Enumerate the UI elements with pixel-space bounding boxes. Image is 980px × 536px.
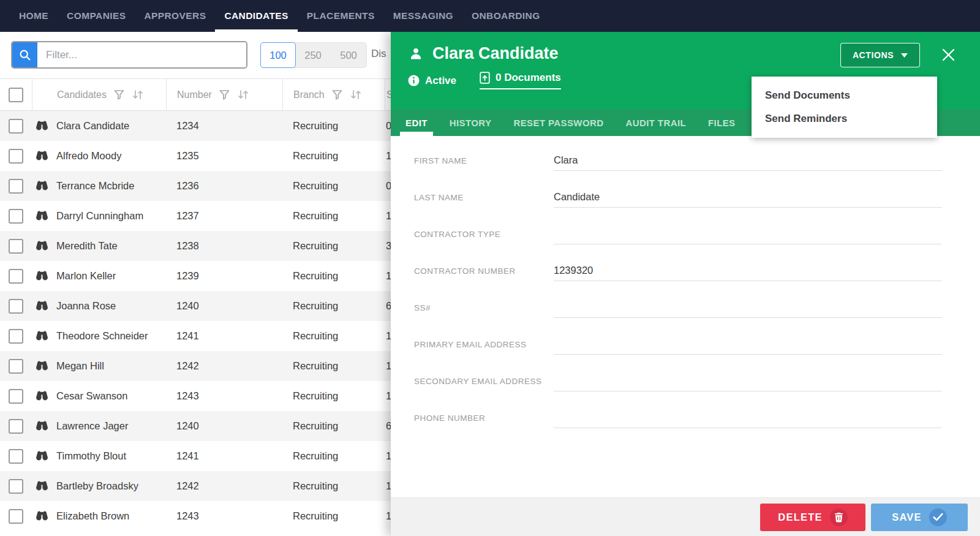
row-checkbox[interactable]	[9, 179, 23, 194]
candidate-number: 1235	[166, 150, 282, 162]
nav-item[interactable]: HOME	[10, 0, 58, 32]
table-row[interactable]: Terrance Mcbride 1236 Recruiting 0	[0, 171, 404, 201]
candidate-name-cell: Marlon Keller	[32, 270, 166, 282]
row-checkbox[interactable]	[9, 149, 23, 164]
panel-footer: DELETE SAVE	[391, 497, 980, 536]
nav-item[interactable]: ONBOARDING	[462, 0, 549, 32]
field-input[interactable]	[554, 338, 942, 350]
candidate-name: Marlon Keller	[56, 270, 116, 282]
table-row[interactable]: Alfredo Moody 1235 Recruiting 1	[0, 141, 404, 171]
field-label: SECONDARY EMAIL ADDRESS	[414, 377, 554, 386]
field-label: SS#	[414, 303, 554, 312]
column-header[interactable]: Branch	[282, 79, 385, 110]
page-size-option[interactable]: 100	[260, 42, 296, 68]
table-row[interactable]: Elizabeth Brown 1243 Recruiting 1	[0, 501, 404, 531]
field-label: LAST NAME	[414, 193, 554, 202]
row-checkbox[interactable]	[9, 119, 23, 134]
row-checkbox-cell	[0, 389, 32, 404]
actions-button[interactable]: ACTIONS	[840, 43, 920, 67]
table-row[interactable]: Marlon Keller 1239 Recruiting 1	[0, 261, 404, 291]
table-row[interactable]: Lawrence Jager 1240 Recruiting 6	[0, 411, 404, 441]
field-input[interactable]	[554, 301, 942, 313]
search-button[interactable]	[12, 42, 37, 67]
table-row[interactable]: Clara Candidate 1234 Recruiting 0	[0, 111, 404, 141]
table-row[interactable]: Bartleby Broadsky 1242 Recruiting 1	[0, 471, 404, 501]
candidate-name-cell: Darryl Cunningham	[32, 210, 166, 222]
delete-button[interactable]: DELETE	[760, 504, 865, 531]
field-input[interactable]	[554, 412, 942, 423]
table-row[interactable]: Timmothy Blout 1241 Recruiting 1	[0, 441, 404, 471]
filter-funnel-icon[interactable]	[114, 90, 124, 100]
nav-item[interactable]: PLACEMENTS	[298, 0, 384, 32]
select-all-checkbox[interactable]	[9, 88, 23, 102]
panel-tab[interactable]: HISTORY	[450, 109, 492, 136]
nav-item[interactable]: APPROVERS	[135, 0, 215, 32]
close-button[interactable]	[941, 48, 956, 62]
dropdown-menu-item[interactable]: Send Reminders	[752, 107, 937, 130]
field-label: CONTRACTOR NUMBER	[414, 266, 554, 276]
nav-item[interactable]: COMPANIES	[58, 0, 135, 32]
panel-tab[interactable]: RESET PASSWORD	[513, 109, 603, 136]
row-checkbox[interactable]	[9, 389, 23, 404]
panel-tab[interactable]: FILES	[708, 109, 736, 136]
candidate-branch: Recruiting	[282, 360, 385, 372]
field-input[interactable]	[554, 265, 942, 276]
field-input[interactable]	[554, 191, 942, 203]
form-field: FIRST NAME	[414, 154, 942, 171]
row-checkbox[interactable]	[9, 239, 23, 254]
sort-icon[interactable]	[350, 89, 362, 100]
table-row[interactable]: Darryl Cunningham 1237 Recruiting 1	[0, 201, 404, 231]
filter-input[interactable]	[37, 42, 246, 67]
filter-funnel-icon[interactable]	[219, 90, 230, 100]
candidate-number: 1243	[166, 390, 282, 402]
column-label: Candidates	[57, 89, 107, 100]
row-checkbox[interactable]	[9, 359, 23, 374]
panel-tab[interactable]: EDIT	[405, 109, 428, 136]
trash-icon	[834, 512, 843, 523]
row-checkbox[interactable]	[9, 419, 23, 434]
sort-icon[interactable]	[132, 89, 144, 100]
row-checkbox[interactable]	[9, 269, 23, 284]
table-row[interactable]: Meredith Tate 1238 Recruiting 3	[0, 231, 404, 261]
field-input[interactable]	[554, 375, 942, 387]
sort-icon[interactable]	[237, 89, 249, 100]
page-size-option[interactable]: 500	[331, 43, 366, 67]
table-row[interactable]: Megan Hill 1242 Recruiting 1	[0, 351, 404, 381]
binoculars-icon	[36, 480, 48, 492]
table-row[interactable]: Joanna Rose 1240 Recruiting 6	[0, 291, 404, 321]
field-underline	[554, 375, 942, 391]
filter-funnel-icon[interactable]	[332, 90, 342, 100]
field-input[interactable]	[554, 154, 942, 166]
info-icon	[408, 75, 420, 86]
row-checkbox[interactable]	[9, 299, 23, 314]
row-checkbox[interactable]	[9, 509, 23, 524]
dropdown-menu-item[interactable]: Send Documents	[752, 84, 937, 107]
candidate-number: 1241	[166, 330, 282, 342]
page-size-group: 100250500	[260, 42, 367, 68]
select-all-cell	[0, 79, 32, 110]
table-row[interactable]: Theodore Schneider 1241 Recruiting 1	[0, 321, 404, 351]
candidate-name-cell: Alfredo Moody	[32, 150, 166, 162]
form-field: SS#	[414, 301, 942, 318]
row-checkbox-cell	[0, 179, 32, 194]
documents-link[interactable]: 0 Documents	[480, 72, 561, 89]
nav-item[interactable]: MESSAGING	[384, 0, 462, 32]
column-header[interactable]: Number	[166, 79, 282, 110]
table-row[interactable]: Cesar Swanson 1243 Recruiting 1	[0, 381, 404, 411]
row-checkbox[interactable]	[9, 479, 23, 494]
row-checkbox[interactable]	[9, 329, 23, 344]
row-checkbox[interactable]	[9, 209, 23, 224]
binoculars-icon	[36, 120, 48, 132]
save-button[interactable]: SAVE	[871, 504, 968, 531]
nav-item[interactable]: CANDIDATES	[215, 0, 297, 32]
binoculars-icon	[36, 330, 48, 342]
binoculars-icon	[36, 180, 48, 192]
field-input[interactable]	[554, 228, 942, 240]
candidate-name: Cesar Swanson	[56, 390, 127, 402]
panel-tab[interactable]: AUDIT TRAIL	[625, 109, 686, 136]
row-checkbox-cell	[0, 299, 32, 314]
field-underline	[554, 265, 942, 281]
row-checkbox[interactable]	[9, 449, 23, 464]
column-header[interactable]: Candidates	[32, 79, 166, 110]
page-size-option[interactable]: 250	[295, 43, 331, 67]
